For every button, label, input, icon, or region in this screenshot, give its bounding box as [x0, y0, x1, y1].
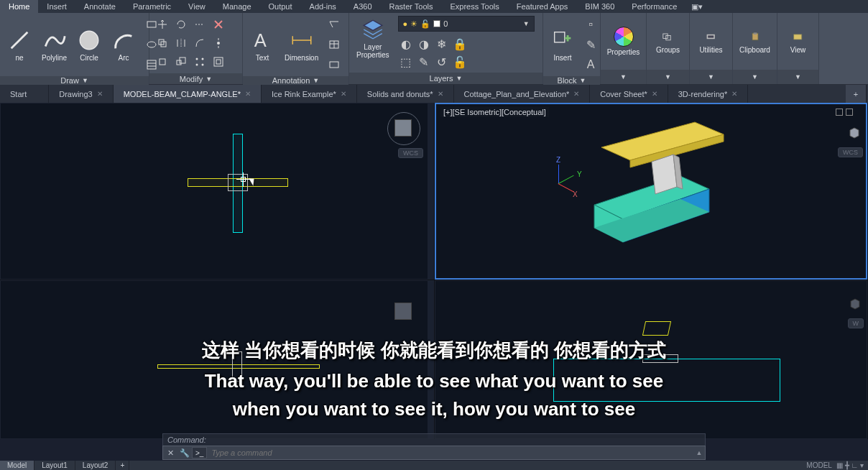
tool-offset[interactable]	[210, 53, 227, 70]
current-layer-dropdown[interactable]: ● ☀ 🔓 0 ▼	[398, 16, 535, 32]
close-icon[interactable]: ✕	[438, 90, 443, 98]
wcs-badge[interactable]: W	[848, 318, 864, 328]
panel-title-modify[interactable]: Modify▼	[149, 73, 242, 84]
groups-icon[interactable]	[658, 29, 678, 45]
panel-title-groups[interactable]: ▼	[647, 70, 689, 84]
doc-tab-ice-rink[interactable]: Ice Rink Example*✕	[262, 85, 357, 103]
ribbon-tab-extra[interactable]: ▣▾	[685, 0, 708, 13]
tool-layer-off[interactable]: ◐	[398, 36, 414, 52]
tool-scale[interactable]	[172, 53, 190, 70]
tool-layer-prev[interactable]: ↺	[434, 54, 450, 70]
scrollbar-v[interactable]	[428, 281, 433, 438]
doc-tab-model-beam[interactable]: MODEL-BEAM_CLAMP-ANGLE*✕	[114, 85, 262, 103]
viewport-bottom-right[interactable]: W	[435, 280, 867, 439]
tool-stretch[interactable]	[154, 53, 171, 70]
tool-array[interactable]	[191, 53, 208, 70]
viewport-top-right[interactable]: [+][SE Isometric][Conceptual] WCS Z Y X	[435, 103, 867, 280]
tool-layer-iso[interactable]: ◑	[416, 36, 432, 52]
viewcube-icon[interactable]	[847, 126, 862, 140]
tool-move[interactable]	[154, 16, 171, 33]
clipboard-icon[interactable]	[745, 29, 765, 45]
tool-text[interactable]: A Text	[247, 27, 277, 63]
status-tab-layout1[interactable]: Layout1	[34, 461, 75, 470]
ribbon-tab-featured[interactable]: Featured Apps	[508, 0, 577, 13]
tool-layer-make[interactable]: ⬚	[398, 54, 414, 70]
close-icon[interactable]: ✕	[573, 90, 579, 98]
tool-trim[interactable]	[191, 16, 208, 33]
ribbon-tab-parametric[interactable]: Parametric	[124, 0, 180, 13]
cmd-options-button[interactable]: 🔧	[177, 446, 192, 459]
viewcube[interactable]	[387, 295, 420, 328]
ribbon-tab-a360[interactable]: A360	[345, 0, 381, 13]
doc-tab-cover[interactable]: Cover Sheet*✕	[590, 85, 668, 103]
ribbon-tab-annotate[interactable]: Annotate	[75, 0, 124, 13]
close-cmd-button[interactable]: ✕	[163, 446, 177, 459]
utilities-icon[interactable]	[701, 29, 721, 45]
status-icons[interactable]: ▦ ╋ ∟ ▾	[836, 461, 864, 469]
tool-dimension[interactable]: Dimension	[282, 27, 321, 63]
status-tab-layout2[interactable]: Layout2	[75, 461, 116, 470]
panel-title-properties[interactable]: ▼	[601, 70, 646, 84]
viewport-minmax[interactable]	[836, 109, 853, 116]
close-icon[interactable]: ✕	[731, 90, 737, 98]
doc-tab-start[interactable]: Start	[0, 85, 49, 103]
tool-layer-freeze[interactable]: ❄	[434, 36, 450, 52]
color-wheel-icon[interactable]	[614, 27, 634, 47]
status-tab-add[interactable]: +	[116, 461, 129, 470]
panel-title-utilities[interactable]: ▼	[690, 70, 732, 84]
tool-layer-match[interactable]: ✎	[416, 54, 432, 70]
ribbon-tab-view[interactable]: View	[180, 0, 214, 13]
ribbon-tab-performance[interactable]: Performance	[623, 0, 685, 13]
tool-line[interactable]: ne	[4, 27, 34, 63]
ribbon-tab-manage[interactable]: Manage	[214, 0, 260, 13]
doc-tab-drawing3[interactable]: Drawing3✕	[49, 85, 113, 103]
tool-circle[interactable]: Circle	[74, 27, 104, 63]
tool-layer-unlock[interactable]: 🔓	[452, 54, 468, 70]
tool-leader[interactable]	[326, 16, 343, 33]
tool-polyline[interactable]: Polyline	[39, 27, 70, 63]
tool-create-block[interactable]: ▫	[582, 16, 599, 33]
tool-fillet[interactable]	[191, 34, 208, 52]
scrollbar-v[interactable]	[428, 103, 433, 279]
tool-insert-block[interactable]: Insert	[548, 27, 578, 63]
tool-table[interactable]	[326, 36, 343, 53]
close-icon[interactable]: ✕	[341, 90, 346, 98]
close-icon[interactable]: ✕	[245, 90, 251, 98]
ribbon-tab-bim360[interactable]: BIM 360	[576, 0, 623, 13]
ribbon-tab-insert[interactable]: Insert	[38, 0, 75, 13]
tool-arc[interactable]: Arc	[108, 27, 139, 63]
tool-explode[interactable]	[210, 34, 227, 52]
ribbon-tab-addins[interactable]: Add-ins	[301, 0, 345, 13]
tool-erase[interactable]	[210, 16, 227, 33]
view-icon[interactable]	[788, 29, 808, 45]
close-icon[interactable]: ✕	[652, 90, 657, 98]
doc-tab-3d[interactable]: 3D-rendering*✕	[668, 85, 748, 103]
wcs-badge[interactable]: WCS	[838, 147, 863, 157]
tool-mtext[interactable]	[326, 56, 343, 73]
command-input[interactable]	[207, 448, 693, 457]
viewport-top-left[interactable]: WCS	[0, 103, 434, 280]
viewcube-icon[interactable]	[848, 297, 862, 311]
panel-title-layers[interactable]: Layers▼	[349, 73, 542, 84]
panel-title-view[interactable]: ▼	[777, 70, 818, 84]
wcs-badge[interactable]: WCS	[398, 148, 423, 158]
viewport-label[interactable]: [+][SE Isometric][Conceptual]	[440, 107, 549, 117]
doc-tab-solids[interactable]: Solids and donuts*✕	[357, 85, 454, 103]
tool-edit-block[interactable]: ✎	[582, 36, 599, 53]
panel-title-draw[interactable]: Draw▼	[0, 76, 149, 85]
panel-title-block[interactable]: Block▼	[543, 76, 600, 85]
tool-layer-properties[interactable]: Layer Properties	[354, 16, 392, 60]
panel-title-annotation[interactable]: Annotation▼	[243, 76, 348, 85]
panel-title-clipboard[interactable]: ▼	[733, 70, 777, 84]
doc-tab-add[interactable]: +	[846, 85, 867, 103]
doc-tab-cottage[interactable]: Cottage_Plan_and_Elevation*✕	[454, 85, 591, 103]
ribbon-tab-output[interactable]: Output	[260, 0, 301, 13]
cmd-history-up[interactable]: ▲	[693, 449, 705, 456]
ribbon-tab-express[interactable]: Express Tools	[441, 0, 507, 13]
viewcube[interactable]	[387, 112, 420, 145]
tool-rotate[interactable]	[172, 16, 190, 33]
tool-mirror[interactable]	[172, 34, 190, 52]
tool-edit-attr[interactable]: A	[582, 56, 599, 73]
close-icon[interactable]: ✕	[97, 90, 103, 98]
ribbon-tab-raster[interactable]: Raster Tools	[381, 0, 442, 13]
